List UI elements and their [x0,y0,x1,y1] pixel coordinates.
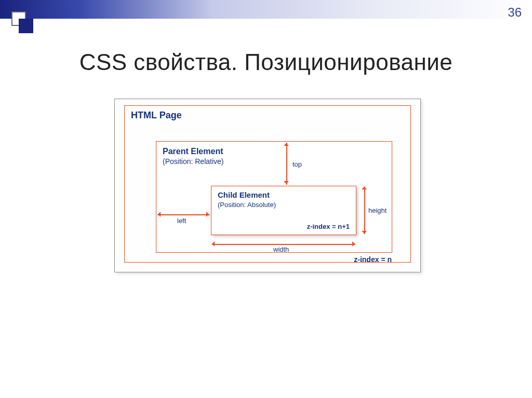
parent-element-box: Parent Element (Position: Relative) Chil… [156,141,392,253]
left-arrow-head-left [155,212,161,217]
child-title: Child Element [218,190,270,199]
logo-icon [11,11,26,26]
child-subtitle: (Position: Absolute) [218,201,276,209]
top-arrow-line [286,143,287,185]
top-arrow-label: top [292,160,302,168]
width-arrow-line [212,244,355,245]
slide-top-gradient [0,0,532,19]
slide-title: CSS свойства. Позиционирование [0,49,532,75]
html-page-box: HTML Page Parent Element (Position: Rela… [124,105,411,263]
width-arrow-head-left [209,241,215,246]
child-element-box: Child Element (Position: Absolute) z-ind… [211,186,356,235]
parent-subtitle: (Position: Relative) [163,157,224,166]
left-arrow-head-right [206,212,211,217]
top-arrow-head-down [284,181,289,186]
html-page-label: HTML Page [131,110,182,121]
left-arrow-label: left [177,217,186,225]
height-arrow-head-up [362,184,367,189]
width-arrow-head-right [352,241,357,246]
child-zindex: z-index = n+1 [307,223,350,230]
parent-zindex: z-index = n [354,255,392,264]
parent-title: Parent Element [163,147,223,156]
width-arrow-label: width [273,245,289,253]
height-arrow-line [364,187,365,234]
height-arrow-label: height [368,207,387,214]
top-arrow-head-up [284,141,289,146]
height-arrow-head-down [362,231,367,236]
slide-number: 36 [508,5,522,20]
diagram-container: HTML Page Parent Element (Position: Rela… [114,99,421,272]
left-arrow-line [157,214,210,215]
